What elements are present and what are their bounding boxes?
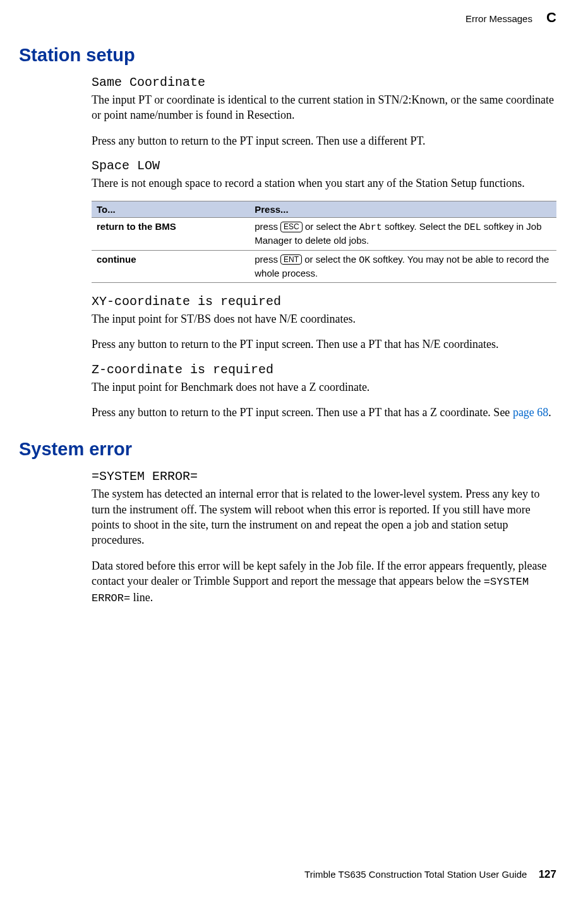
abrt-softkey: Abrt (359, 222, 382, 233)
same-coordinate-p2: Press any button to return to the PT inp… (92, 133, 556, 148)
table-cell-to: continue (92, 250, 249, 283)
xy-required-p2: Press any button to return to the PT inp… (92, 337, 556, 352)
same-coordinate-p1: The input PT or coordinate is identical … (92, 92, 556, 123)
header-title: Error Messages (465, 13, 532, 24)
system-error-p2: Data stored before this error will be ke… (92, 558, 556, 606)
esc-key-icon: ESC (280, 222, 303, 232)
space-low-table: To... Press... return to the BMS press E… (92, 201, 556, 283)
xy-required-p1: The input point for ST/BS does not have … (92, 311, 556, 326)
z-required-p2: Press any button to return to the PT inp… (92, 405, 556, 420)
space-low-p1: There is not enough space to record a st… (92, 176, 556, 191)
z-required-title: Z-coordinate is required (92, 362, 556, 377)
system-error-title: =SYSTEM ERROR= (92, 469, 556, 484)
table-header-to: To... (92, 201, 249, 218)
station-setup-heading: Station setup (19, 45, 556, 66)
z-required-p1: The input point for Benchmark does not h… (92, 380, 556, 395)
header-section-letter: C (546, 9, 556, 25)
ok-softkey: OK (359, 255, 370, 266)
same-coordinate-title: Same Coordinate (92, 75, 556, 90)
del-softkey: DEL (464, 222, 481, 233)
xy-required-title: XY-coordinate is required (92, 294, 556, 309)
table-cell-press: press ESC or select the Abrt softkey. Se… (249, 218, 556, 251)
page-68-link[interactable]: page 68 (513, 406, 548, 419)
table-row: continue press ENT or select the OK soft… (92, 250, 556, 283)
page-footer: Trimble TS635 Construction Total Station… (304, 868, 556, 881)
page-header: Error Messages C (19, 9, 556, 26)
table-cell-to: return to the BMS (92, 218, 249, 251)
system-error-heading: System error (19, 439, 556, 460)
ent-key-icon: ENT (280, 254, 302, 265)
system-error-p1: The system has detected an internal erro… (92, 486, 556, 547)
table-cell-press: press ENT or select the OK softkey. You … (249, 250, 556, 283)
space-low-title: Space LOW (92, 158, 556, 173)
footer-page-number: 127 (539, 868, 556, 880)
footer-guide-name: Trimble TS635 Construction Total Station… (304, 869, 527, 880)
table-header-press: Press... (249, 201, 556, 218)
table-row: return to the BMS press ESC or select th… (92, 218, 556, 251)
